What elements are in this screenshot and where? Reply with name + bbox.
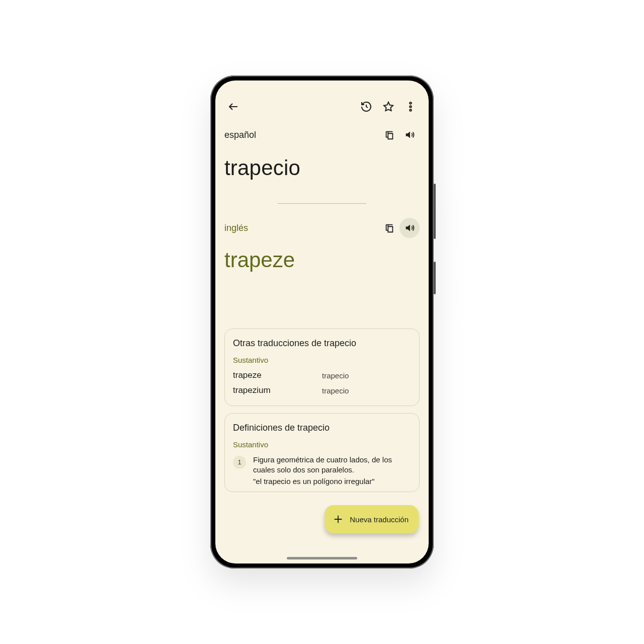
table-row[interactable]: trapezium trapecio [233, 385, 411, 395]
definition-example: "el trapecio es un polígono irregular" [253, 476, 411, 487]
app-screen: español trapecio inglés [215, 80, 429, 564]
app-bar [215, 96, 429, 118]
more-vert-icon [405, 101, 417, 113]
history-icon [360, 101, 372, 113]
copy-source-button[interactable] [379, 125, 399, 145]
speak-source-button[interactable] [399, 125, 420, 145]
phone-frame: español trapecio inglés [210, 75, 434, 569]
back-button[interactable] [222, 96, 245, 118]
new-translation-fab[interactable]: Nueva traducción [325, 505, 419, 533]
part-of-speech: Sustantivo [233, 440, 411, 449]
source-language-label: español [224, 130, 256, 140]
speaker-icon [404, 222, 415, 233]
definitions-card: Definiciones de trapecio Sustantivo 1 Fi… [224, 413, 420, 492]
speak-target-button[interactable] [399, 218, 420, 238]
definition-index: 1 [233, 456, 246, 469]
card-title: Definiciones de trapecio [233, 423, 411, 433]
gesture-bar [287, 557, 357, 559]
divider [278, 193, 366, 204]
table-row[interactable]: trapeze trapecio [233, 370, 411, 380]
target-language-row: inglés [224, 218, 420, 238]
source-language-row: español [224, 125, 420, 145]
translation-word: trapezium [233, 385, 322, 395]
copy-icon [384, 129, 395, 140]
fab-label: Nueva traducción [350, 515, 409, 524]
card-title: Otras traducciones de trapecio [233, 338, 411, 349]
overflow-button[interactable] [399, 96, 422, 118]
power-button [434, 262, 436, 294]
speaker-icon [404, 129, 415, 140]
volume-button [434, 184, 436, 239]
translation-word: trapeze [233, 370, 322, 380]
favorite-button[interactable] [377, 96, 399, 118]
source-text[interactable]: trapecio [224, 156, 420, 180]
part-of-speech: Sustantivo [233, 356, 411, 364]
target-language-label: inglés [224, 223, 248, 233]
target-text: trapeze [224, 248, 420, 272]
svg-point-1 [410, 106, 412, 108]
content: español trapecio inglés [215, 125, 429, 492]
translation-back: trapecio [322, 371, 411, 380]
copy-target-button[interactable] [379, 218, 399, 238]
definition-text: Figura geométrica de cuatro lados, de lo… [253, 455, 411, 475]
definition-item: 1 Figura geométrica de cuatro lados, de … [233, 455, 411, 487]
arrow-left-icon [227, 101, 239, 113]
history-button[interactable] [355, 96, 377, 118]
svg-point-0 [410, 102, 412, 104]
svg-point-2 [410, 109, 412, 111]
translation-back: trapecio [322, 386, 411, 395]
star-icon [382, 101, 394, 113]
other-translations-card: Otras traducciones de trapecio Sustantiv… [224, 329, 420, 406]
plus-icon [333, 514, 344, 525]
copy-icon [384, 222, 395, 233]
